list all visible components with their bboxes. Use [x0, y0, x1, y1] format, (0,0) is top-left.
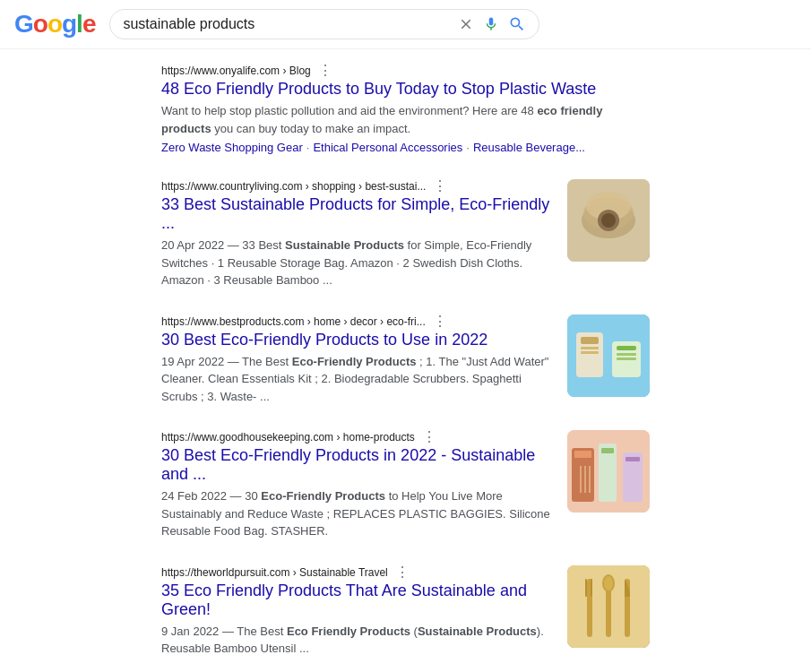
result-item: https://www.bestproducts.com › home › de… [161, 314, 650, 406]
result-content: https://www.bestproducts.com › home › de… [161, 314, 553, 406]
svg-rect-28 [591, 579, 592, 597]
svg-point-5 [601, 213, 616, 228]
svg-rect-9 [581, 347, 599, 349]
result-title-link[interactable]: 35 Eco Friendly Products That Are Sustai… [161, 582, 553, 619]
result-title-link[interactable]: 30 Best Eco-Friendly Products in 2022 - … [161, 446, 553, 484]
result-thumbnail [567, 179, 650, 262]
result-title-link[interactable]: 33 Best Sustainable Products for Simple,… [161, 195, 553, 233]
clear-search-button[interactable] [458, 16, 474, 32]
result-content: https://www.goodhousekeeping.com › home-… [161, 430, 553, 540]
svg-rect-21 [626, 457, 640, 461]
result-item: https://www.countryliving.com › shopping… [161, 179, 650, 289]
url-text: https://theworldpursuit.com › Sustainabl… [161, 566, 388, 579]
svg-rect-14 [617, 358, 636, 360]
result-snippet: 20 Apr 2022 — 33 Best Sustainable Produc… [161, 237, 553, 289]
header: Google [0, 0, 811, 49]
result-url: https://www.goodhousekeeping.com › home-… [161, 430, 553, 444]
search-bar [109, 9, 539, 39]
result-content: https://www.countryliving.com › shopping… [161, 179, 553, 289]
url-text: https://www.countryliving.com › shopping… [161, 180, 426, 193]
result-url: https://www.onyalife.com › Blog ⋮ [161, 64, 650, 78]
result-item: https://www.onyalife.com › Blog ⋮ 48 Eco… [161, 64, 650, 154]
sitelink-ethical[interactable]: Ethical Personal Accessories [313, 141, 462, 154]
url-text: https://www.onyalife.com › Blog [161, 65, 311, 77]
result-title-link[interactable]: 30 Best Eco-Friendly Products to Use in … [161, 331, 553, 349]
result-thumbnail [567, 565, 650, 648]
result-item: https://www.goodhousekeeping.com › home-… [161, 430, 650, 540]
svg-rect-8 [581, 337, 599, 344]
result-snippet: 24 Feb 2022 — 30 Eco-Friendly Products t… [161, 487, 553, 540]
result-snippet: 19 Apr 2022 — The Best Eco-Friendly Prod… [161, 353, 553, 406]
svg-rect-12 [617, 346, 636, 350]
result-options-button[interactable]: ⋮ [318, 64, 332, 78]
result-item: https://theworldpursuit.com › Sustainabl… [161, 565, 650, 658]
svg-rect-17 [574, 451, 591, 458]
result-sitelinks: Zero Waste Shopping Gear · Ethical Perso… [161, 141, 650, 154]
result-url: https://www.countryliving.com › shopping… [161, 179, 553, 194]
svg-rect-29 [606, 588, 611, 637]
result-options-button[interactable]: ⋮ [422, 430, 436, 444]
svg-rect-19 [601, 448, 614, 453]
svg-rect-13 [617, 353, 636, 356]
google-logo: Google [14, 10, 95, 39]
result-options-button[interactable]: ⋮ [433, 179, 447, 194]
result-content: https://theworldpursuit.com › Sustainabl… [161, 565, 553, 658]
url-text: https://www.goodhousekeeping.com › home-… [161, 431, 415, 444]
result-title-link[interactable]: 48 Eco Friendly Products to Buy Today to… [161, 80, 650, 99]
sitelink-reusable[interactable]: Reusable Beverage... [473, 141, 585, 154]
svg-rect-27 [585, 579, 587, 597]
result-url: https://theworldpursuit.com › Sustainabl… [161, 565, 553, 580]
result-options-button[interactable]: ⋮ [433, 314, 447, 329]
result-thumbnail [567, 314, 650, 397]
svg-rect-10 [581, 351, 599, 354]
result-snippet: Want to help stop plastic pollution and … [161, 102, 650, 137]
result-thumbnail [567, 430, 650, 513]
voice-search-button[interactable] [483, 16, 499, 32]
svg-point-31 [604, 576, 613, 590]
search-results: https://www.onyalife.com › Blog ⋮ 48 Eco… [0, 49, 811, 672]
result-content: https://www.onyalife.com › Blog ⋮ 48 Eco… [161, 64, 650, 154]
result-snippet: 9 Jan 2022 — The Best Eco Friendly Produ… [161, 623, 553, 658]
search-submit-button[interactable] [508, 15, 526, 33]
url-text: https://www.bestproducts.com › home › de… [161, 315, 426, 328]
result-options-button[interactable]: ⋮ [395, 565, 410, 580]
result-url: https://www.bestproducts.com › home › de… [161, 314, 553, 329]
sitelink-zero-waste[interactable]: Zero Waste Shopping Gear [161, 141, 303, 154]
search-input[interactable] [123, 16, 451, 32]
